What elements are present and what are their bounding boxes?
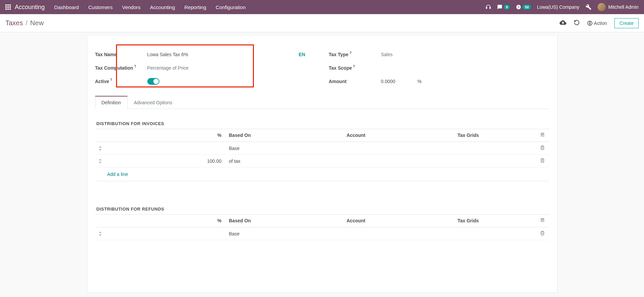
tab-definition[interactable]: Definition xyxy=(95,96,127,109)
field-tax-type[interactable]: Sales xyxy=(381,52,549,57)
user-menu[interactable]: Mitchell Admin xyxy=(598,3,639,11)
field-tax-name[interactable]: Lowa Sales Tax 6% xyxy=(147,52,299,57)
activities-icon[interactable]: 50 xyxy=(516,4,531,10)
table-header: % Based On Account Tax Grids xyxy=(95,129,549,142)
refunds-table: % Based On Account Tax Grids Base xyxy=(95,214,549,240)
content-scroll[interactable]: Tax Name Lowa Sales Tax 6% EN Tax Comput… xyxy=(0,32,644,297)
table-row[interactable]: 100.00 of tax xyxy=(95,155,549,168)
row-tax-computation: Tax Computation? Percentage of Price xyxy=(95,61,315,75)
lang-button[interactable]: EN xyxy=(299,52,315,57)
cell-percent[interactable] xyxy=(105,145,226,152)
company-selector[interactable]: Lowa(US) Company xyxy=(537,4,579,10)
breadcrumb-root[interactable]: Taxes xyxy=(5,19,23,27)
cell-grids[interactable] xyxy=(455,230,536,237)
svg-point-14 xyxy=(541,134,541,135)
tab-advanced[interactable]: Advanced Options xyxy=(127,96,179,109)
breadcrumb-current: New xyxy=(30,19,44,27)
col-percent[interactable]: % xyxy=(105,129,226,142)
menu-vendors[interactable]: Vendors xyxy=(122,4,141,10)
cell-account[interactable] xyxy=(344,230,455,237)
svg-rect-5 xyxy=(9,6,11,8)
label-amount: Amount xyxy=(329,79,381,84)
menu-accounting[interactable]: Accounting xyxy=(150,4,175,10)
breadcrumb-separator: / xyxy=(26,19,28,27)
help-icon[interactable]: ? xyxy=(349,51,351,55)
svg-rect-3 xyxy=(5,6,7,8)
menu-configuration[interactable]: Configuration xyxy=(216,4,245,10)
row-tax-type: Tax Type? Sales xyxy=(329,48,549,61)
table-row[interactable]: Base xyxy=(95,227,549,240)
cell-account[interactable] xyxy=(344,158,455,164)
svg-point-15 xyxy=(542,133,543,134)
user-name: Mitchell Admin xyxy=(608,4,639,10)
col-based-on[interactable]: Based On xyxy=(226,129,344,142)
svg-point-16 xyxy=(543,221,544,222)
label-tax-computation: Tax Computation? xyxy=(95,65,147,71)
form-sheet: Tax Name Lowa Sales Tax 6% EN Tax Comput… xyxy=(87,36,558,293)
delete-row-icon[interactable] xyxy=(536,142,549,154)
action-label: Action xyxy=(594,21,607,26)
menu-reporting[interactable]: Reporting xyxy=(184,4,206,10)
drag-handle-icon[interactable] xyxy=(95,155,105,167)
cell-grids[interactable] xyxy=(455,158,536,164)
menu-dashboard[interactable]: Dashboard xyxy=(54,4,79,10)
col-percent[interactable]: % xyxy=(105,215,226,227)
systray: 9 50 Lowa(US) Company Mitchell Admin xyxy=(486,3,639,11)
drag-handle-icon[interactable] xyxy=(95,143,105,154)
menu-items: Dashboard Customers Vendors Accounting R… xyxy=(54,4,486,10)
help-icon[interactable]: ? xyxy=(134,65,136,68)
voip-icon[interactable] xyxy=(486,4,491,10)
svg-rect-10 xyxy=(490,7,491,9)
label-tax-name: Tax Name xyxy=(95,52,147,57)
svg-point-12 xyxy=(589,23,591,24)
help-icon[interactable]: ? xyxy=(353,65,355,68)
control-bar: Taxes / New Action Create xyxy=(0,14,644,32)
cell-percent[interactable] xyxy=(105,230,226,237)
add-line-button[interactable]: Add a line xyxy=(95,168,549,181)
create-button[interactable]: Create xyxy=(614,18,639,28)
app-name[interactable]: Accounting xyxy=(15,4,45,11)
delete-row-icon[interactable] xyxy=(536,227,549,240)
row-tax-name: Tax Name Lowa Sales Tax 6% EN xyxy=(95,48,315,61)
cell-account[interactable] xyxy=(344,145,455,152)
cell-based-on[interactable]: of tax xyxy=(226,155,344,167)
form-col-left: Tax Name Lowa Sales Tax 6% EN Tax Comput… xyxy=(95,48,315,88)
section-refunds-title: DISTRIBUTION FOR REFUNDS xyxy=(95,194,549,214)
form-col-right: Tax Type? Sales Tax Scope? Amount 0.0000… xyxy=(329,48,549,88)
discard-icon[interactable] xyxy=(574,20,580,27)
label-tax-type: Tax Type? xyxy=(329,52,381,57)
cloud-save-icon[interactable] xyxy=(560,19,566,27)
messages-badge: 9 xyxy=(504,5,510,9)
help-icon[interactable]: ? xyxy=(110,78,112,82)
drag-handle-icon[interactable] xyxy=(95,228,105,239)
cell-based-on[interactable]: Base xyxy=(226,142,344,154)
svg-rect-8 xyxy=(9,8,11,10)
table-header: % Based On Account Tax Grids xyxy=(95,215,549,227)
debug-icon[interactable] xyxy=(585,4,592,10)
svg-point-13 xyxy=(543,136,544,136)
col-tax-grids[interactable]: Tax Grids xyxy=(455,215,536,227)
field-tax-computation[interactable]: Percentage of Price xyxy=(147,65,315,71)
columns-options-icon[interactable] xyxy=(536,215,549,227)
avatar xyxy=(598,3,606,11)
field-amount[interactable]: 0.0000 % xyxy=(381,79,549,84)
col-account[interactable]: Account xyxy=(344,129,455,142)
table-row[interactable]: Base xyxy=(95,142,549,155)
section-invoices-title: DISTRIBUTION FOR INVOICES xyxy=(95,109,549,129)
delete-row-icon[interactable] xyxy=(536,155,549,167)
col-account[interactable]: Account xyxy=(344,215,455,227)
menu-customers[interactable]: Customers xyxy=(88,4,113,10)
action-dropdown[interactable]: Action xyxy=(587,21,607,26)
apps-icon[interactable] xyxy=(5,4,11,10)
messages-icon[interactable]: 9 xyxy=(497,4,510,10)
col-based-on[interactable]: Based On xyxy=(226,215,344,227)
svg-rect-9 xyxy=(486,7,487,9)
cell-based-on[interactable]: Base xyxy=(226,228,344,240)
columns-options-icon[interactable] xyxy=(536,129,549,142)
cell-grids[interactable] xyxy=(455,145,536,152)
cell-percent[interactable]: 100.00 xyxy=(105,155,226,167)
active-toggle[interactable] xyxy=(147,78,159,85)
row-active: Active? xyxy=(95,75,315,88)
col-tax-grids[interactable]: Tax Grids xyxy=(455,129,536,142)
breadcrumb: Taxes / New xyxy=(5,19,44,27)
